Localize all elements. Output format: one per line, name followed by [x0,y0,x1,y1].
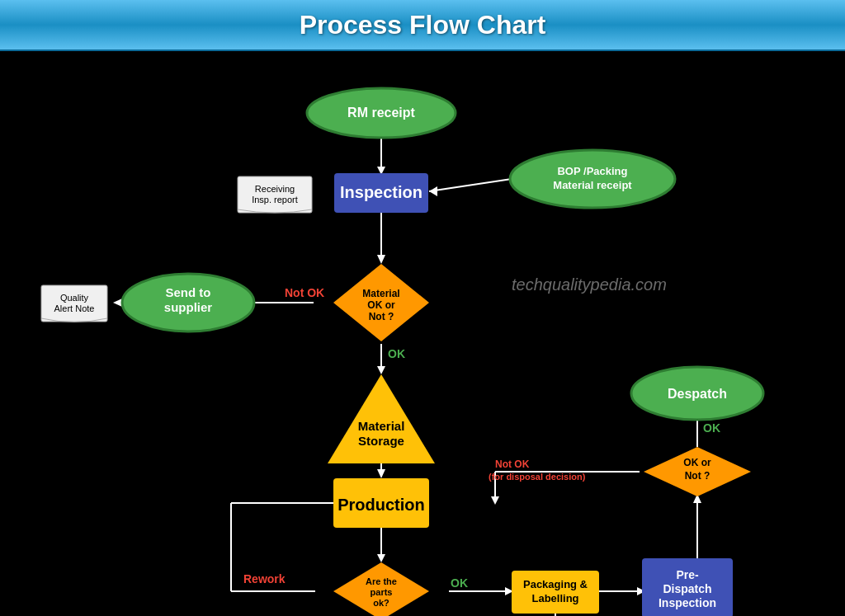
svg-text:OK or: OK or [367,299,395,311]
svg-text:Material: Material [362,288,399,299]
svg-text:Packaging &: Packaging & [523,578,588,590]
svg-text:Despatch: Despatch [668,387,727,401]
svg-text:OK: OK [451,576,468,590]
svg-text:Dispatch: Dispatch [663,582,711,595]
svg-text:Alert Note: Alert Note [54,303,95,313]
svg-text:Inspection: Inspection [659,596,716,609]
svg-text:Not OK: Not OK [495,458,530,470]
svg-text:Inspection: Inspection [340,183,422,201]
svg-text:Pre-: Pre- [676,568,699,581]
svg-text:Not ?: Not ? [685,470,710,482]
main-container: Process Flow Chart techqualitypedia.com [0,0,845,616]
svg-text:OK: OK [703,421,720,435]
svg-text:Send to: Send to [166,285,211,299]
svg-text:BOP /Packing: BOP /Packing [557,165,627,177]
svg-text:Receiving: Receiving [255,184,295,194]
svg-text:Material receipt: Material receipt [553,179,632,191]
svg-text:parts: parts [371,587,393,597]
svg-text:techqualitypedia.com: techqualitypedia.com [512,275,667,294]
svg-rect-0 [0,51,845,616]
svg-text:supplier: supplier [164,300,213,314]
svg-text:(for disposal decision): (for disposal decision) [489,472,586,482]
svg-text:Production: Production [338,496,425,514]
svg-text:Labelling: Labelling [531,592,578,604]
svg-text:Quality: Quality [60,293,89,303]
svg-text:Are the: Are the [366,576,397,586]
rm-receipt-label: RM receipt [347,106,415,120]
svg-text:Rework: Rework [243,572,286,585]
flowchart-svg: techqualitypedia.com [0,51,845,616]
svg-text:OK: OK [388,347,405,360]
page-title: Process Flow Chart [300,10,546,40]
svg-text:Insp. report: Insp. report [252,195,298,205]
svg-text:ok?: ok? [373,598,389,608]
header: Process Flow Chart [0,0,845,51]
svg-text:Not OK: Not OK [285,286,324,299]
svg-text:Not ?: Not ? [369,311,394,322]
svg-text:OK or: OK or [683,457,711,468]
svg-text:Material: Material [358,419,405,433]
svg-text:Storage: Storage [358,434,404,448]
